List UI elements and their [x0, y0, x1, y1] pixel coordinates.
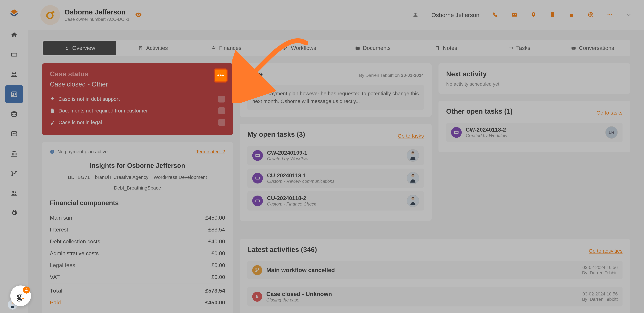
svg-point-37: [52, 150, 52, 151]
location-icon[interactable]: [530, 12, 536, 19]
last-updated-label: Last updated at:: [50, 312, 77, 313]
tab-activities[interactable]: Activities: [116, 41, 190, 55]
task-assignee-avatar: [407, 172, 419, 184]
phone-icon[interactable]: [492, 12, 498, 19]
case-status-more-button[interactable]: •••: [214, 70, 227, 82]
sidebar-contact[interactable]: [5, 85, 23, 103]
envelope-icon[interactable]: [511, 12, 518, 19]
tabs: Overview Activities Finances Workflows D…: [42, 40, 630, 56]
tab-tasks[interactable]: Tasks: [483, 41, 556, 55]
status-row-docs: Documents not required from customer: [50, 105, 225, 117]
activity-title: Main workflow cancelled: [266, 267, 335, 273]
sidebar-case[interactable]: [5, 46, 23, 64]
svg-point-12: [12, 191, 14, 193]
svg-rect-40: [256, 177, 260, 179]
fin-total-label: Total: [50, 287, 62, 294]
svg-rect-42: [256, 200, 260, 202]
tab-workflows-label: Workflows: [291, 45, 316, 51]
svg-point-46: [258, 268, 259, 269]
case-status-title: Case status: [50, 70, 225, 78]
fin-value: £0.00: [211, 250, 225, 257]
help-widget[interactable]: g 4: [10, 285, 31, 306]
sidebar-bank[interactable]: [5, 144, 23, 163]
svg-point-2: [14, 72, 16, 74]
chevron-down-icon[interactable]: [626, 12, 632, 19]
note-byline: By Darren Tebbitt on 30-01-2024: [359, 73, 424, 78]
tab-documents[interactable]: Documents: [336, 41, 410, 55]
activity-time: 03-02-2024 10:56: [582, 291, 618, 297]
sidebar-database[interactable]: [5, 105, 23, 123]
svg-point-10: [15, 171, 16, 172]
last-updated-value: 03-02-2024: [206, 312, 225, 313]
svg-point-14: [47, 13, 53, 19]
tab-notes-label: Notes: [443, 45, 457, 51]
terminated-link[interactable]: Terminated: 2: [196, 149, 225, 154]
task-item[interactable]: CW-20240109-1Created by Workflow: [248, 146, 424, 165]
tag[interactable]: BDTBG71: [68, 175, 90, 180]
paid-link[interactable]: Paid: [50, 299, 61, 306]
person-name: Osborne Jefferson: [64, 8, 130, 16]
status-row-debtsupport: Case is not in debt support: [50, 93, 225, 105]
activity-item[interactable]: Main workflow cancelled 03-02-2024 10:56…: [248, 261, 622, 279]
tag[interactable]: branDiT Creative Agency: [95, 175, 148, 180]
go-to-tasks-link[interactable]: Go to tasks: [596, 110, 622, 116]
go-to-activities-link[interactable]: Go to activities: [589, 248, 622, 254]
sidebar-home[interactable]: [5, 26, 23, 44]
my-tasks-title: My open tasks (3): [248, 131, 305, 138]
tab-conversations[interactable]: Conversations: [556, 41, 629, 55]
task-subtitle: Custom - Review communications: [267, 179, 334, 184]
tab-tasks-label: Tasks: [516, 45, 530, 51]
tag[interactable]: Debt_BreathingSpace: [114, 185, 161, 191]
tab-activities-label: Activities: [146, 45, 168, 51]
user-icon: [412, 12, 418, 19]
globe-icon[interactable]: [588, 12, 594, 19]
sidebar-users[interactable]: [5, 184, 23, 202]
android-icon[interactable]: [568, 12, 575, 19]
activity-subtitle: Closing the case: [266, 297, 332, 303]
svg-point-23: [611, 14, 612, 15]
note-card: Note By Darren Tebbitt on 30-01-2024 Is …: [240, 63, 432, 117]
activity-item[interactable]: Case closed - UnknownClosing the case 03…: [248, 287, 622, 306]
branch-icon: [252, 265, 262, 275]
task-item[interactable]: CU-20240118-1Custom - Review communicati…: [248, 169, 424, 188]
activity-time: 03-02-2024 10:56: [582, 265, 618, 270]
svg-rect-32: [437, 46, 438, 47]
tab-workflows[interactable]: Workflows: [263, 41, 336, 55]
sidebar-settings[interactable]: [5, 204, 23, 222]
svg-point-45: [256, 268, 256, 269]
svg-rect-44: [454, 131, 458, 134]
tab-overview-label: Overview: [72, 45, 95, 51]
status-checkbox[interactable]: [218, 96, 225, 103]
svg-rect-36: [52, 151, 52, 153]
sidebar-mail[interactable]: [5, 125, 23, 143]
page-header: Osborne Jefferson Case owner number: ACC…: [28, 0, 644, 30]
sidebar-people[interactable]: [5, 65, 23, 83]
status-checkbox[interactable]: [218, 107, 225, 114]
sidebar-branch[interactable]: [5, 164, 23, 182]
activity-title: Case closed - Unknown: [266, 291, 332, 297]
fin-label-legal[interactable]: Legal fees: [50, 262, 75, 268]
mobile-icon[interactable]: [550, 12, 556, 19]
go-to-tasks-link[interactable]: Go to tasks: [398, 133, 424, 139]
more-icon[interactable]: [607, 12, 613, 19]
fin-label: Main sum: [50, 215, 74, 221]
next-activity-title: Next activity: [446, 70, 622, 78]
task-id: CU-20240118-1: [267, 172, 334, 179]
next-activity-card: Next activity No activity scheduled yet: [438, 63, 630, 94]
status-row-label: Documents not required from customer: [58, 108, 148, 114]
watch-icon[interactable]: [135, 11, 142, 19]
svg-rect-38: [256, 154, 260, 157]
task-item[interactable]: CW-20240118-2Created by Workflow LR: [446, 123, 622, 142]
tab-finances[interactable]: Finances: [190, 41, 263, 55]
svg-point-16: [414, 13, 416, 15]
tab-notes[interactable]: Notes: [410, 41, 483, 55]
tag[interactable]: WordPress Development: [154, 175, 207, 180]
task-item[interactable]: CU-20240118-2Custom - Finance Check: [248, 191, 424, 210]
tab-overview[interactable]: Overview: [43, 41, 116, 55]
note-title: Note: [248, 70, 263, 78]
note-date: 30-01-2024: [401, 73, 424, 78]
fin-label: Administrative costs: [50, 250, 99, 257]
header-username: Osborne Jefferson: [432, 12, 480, 19]
task-assignee-initials: LR: [605, 126, 618, 139]
status-checkbox[interactable]: [218, 119, 225, 126]
